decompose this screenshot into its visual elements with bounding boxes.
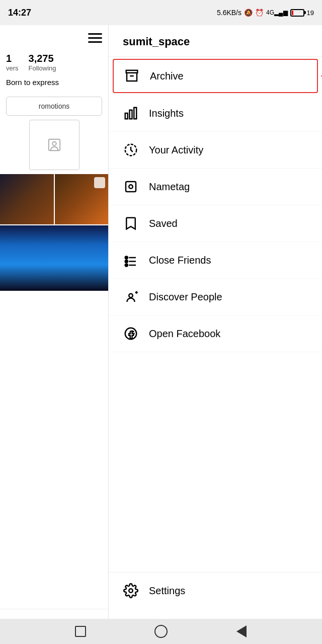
- svg-rect-0: [48, 139, 60, 151]
- photo-3: [0, 225, 108, 291]
- photo-2: [55, 174, 109, 224]
- menu-item-saved[interactable]: Saved: [109, 205, 322, 242]
- close-friends-label: Close Friends: [149, 255, 211, 266]
- insights-icon: [123, 105, 139, 121]
- menu-item-nametag[interactable]: Nametag: [109, 169, 322, 205]
- saved-label: Saved: [149, 218, 178, 229]
- svg-point-10: [125, 260, 128, 263]
- insights-label: Insights: [149, 108, 184, 119]
- profile-stats: 1 vers 3,275 Following: [0, 49, 108, 76]
- profile-bio: Born to express: [0, 76, 108, 93]
- mute-icon: 🔕: [244, 9, 253, 17]
- followers-label: vers: [6, 64, 19, 72]
- your-activity-icon: [123, 142, 139, 158]
- recents-button[interactable]: [234, 624, 249, 639]
- hamburger-menu[interactable]: [88, 33, 102, 43]
- profile-header: [0, 25, 108, 49]
- placeholder-photo: [29, 120, 79, 170]
- following-count: 3,275: [29, 53, 56, 64]
- archive-label: Archive: [150, 70, 184, 82]
- svg-rect-3: [125, 113, 128, 119]
- svg-rect-5: [134, 108, 136, 119]
- nametag-icon: [123, 179, 139, 195]
- svg-point-11: [125, 264, 128, 267]
- photo-overlay: [94, 177, 105, 188]
- svg-rect-7: [126, 182, 136, 192]
- home-button[interactable]: [153, 624, 169, 639]
- archive-icon: [124, 68, 140, 84]
- network-speed: 5.6KB/s: [217, 9, 242, 17]
- nametag-label: Nametag: [149, 181, 190, 193]
- menu-item-settings[interactable]: Settings: [109, 572, 322, 609]
- following-label: Following: [29, 64, 56, 72]
- menu-username: sumit_space: [109, 25, 322, 57]
- svg-rect-4: [130, 110, 132, 119]
- circle-nav-icon: [154, 625, 168, 638]
- your-activity-label: Your Activity: [149, 144, 203, 156]
- status-right: 5.6KB/s 🔕 ⏰ 4G▂▄▆ 19: [217, 9, 314, 17]
- close-friends-icon: [123, 252, 139, 268]
- open-facebook-label: Open Facebook: [149, 328, 220, 340]
- signal-icon: 4G▂▄▆: [266, 9, 288, 16]
- menu-item-your-activity[interactable]: Your Activity: [109, 132, 322, 169]
- svg-point-19: [129, 589, 133, 593]
- menu-item-insights[interactable]: Insights: [109, 95, 322, 132]
- settings-icon: [123, 583, 139, 599]
- settings-label: Settings: [149, 585, 185, 597]
- saved-icon: [123, 215, 139, 231]
- alarm-icon: ⏰: [255, 9, 264, 17]
- svg-point-8: [129, 185, 133, 189]
- status-time: 14:27: [8, 8, 31, 18]
- photo-grid: [0, 174, 108, 291]
- following-stat: 3,275 Following: [29, 53, 56, 72]
- back-button[interactable]: [73, 624, 88, 639]
- battery-level: 19: [307, 9, 314, 17]
- svg-point-9: [125, 257, 128, 259]
- discover-people-label: Discover People: [149, 291, 222, 303]
- home-bar: [0, 619, 322, 644]
- menu-item-close-friends[interactable]: Close Friends: [109, 242, 322, 279]
- svg-point-15: [129, 294, 133, 298]
- menu-item-open-facebook[interactable]: Open Facebook: [109, 315, 322, 352]
- triangle-nav-icon: [236, 625, 247, 637]
- discover-people-icon: [123, 289, 139, 305]
- promotions-button[interactable]: romotions: [6, 97, 102, 116]
- square-nav-icon: [75, 626, 86, 637]
- open-facebook-icon: [123, 326, 139, 342]
- promotions-label: romotions: [39, 102, 69, 110]
- svg-point-1: [52, 142, 56, 146]
- menu-item-discover-people[interactable]: Discover People: [109, 279, 322, 315]
- left-panel: 1 vers 3,275 Following Born to express r…: [0, 25, 108, 644]
- right-panel: sumit_space Archive Insights: [108, 25, 322, 644]
- photo-1: [0, 174, 54, 224]
- followers-stat: 1 vers: [6, 53, 19, 72]
- status-bar: 14:27 5.6KB/s 🔕 ⏰ 4G▂▄▆ 19: [0, 0, 322, 25]
- menu-item-archive[interactable]: Archive: [113, 59, 318, 93]
- battery-icon: [290, 9, 304, 17]
- followers-count: 1: [6, 53, 19, 64]
